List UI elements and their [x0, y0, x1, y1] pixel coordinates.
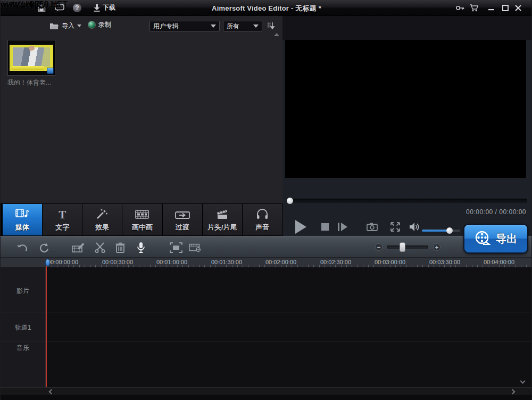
tab-audio[interactable]: 声音	[243, 204, 282, 235]
stop-button[interactable]	[321, 223, 329, 231]
album-dropdown[interactable]: 用户专辑	[149, 21, 220, 31]
clip-settings-icon[interactable]	[189, 241, 202, 254]
record-button[interactable]: 录制	[88, 20, 111, 29]
split-scissors-icon[interactable]	[94, 241, 106, 254]
record-label: 录制	[98, 20, 111, 29]
tab-media-label: 媒体	[15, 223, 29, 232]
filter-dropdown[interactable]: 所有	[223, 21, 262, 31]
folder-icon	[49, 22, 59, 30]
preview-panel: 00:00:00 / 00:00:00	[282, 16, 532, 236]
close-button[interactable]	[512, 3, 524, 13]
register-key-icon[interactable]	[454, 3, 466, 13]
tab-text-label: 文字	[55, 223, 69, 232]
export-button[interactable]: 导出	[463, 224, 528, 254]
album-dropdown-value: 用户专辑	[153, 22, 179, 31]
zoom-in-button[interactable]: +	[433, 243, 440, 251]
tab-titles-label: 片头/片尾	[207, 223, 237, 232]
filmstrip-icon	[135, 206, 149, 220]
zoom-out-button[interactable]: −	[375, 243, 383, 251]
undo-icon[interactable]	[15, 241, 28, 254]
volume-speaker-icon[interactable]	[409, 222, 420, 232]
timeline-tracks[interactable]: 影片 轨道1 音乐	[1, 267, 532, 387]
track-label-video: 影片	[16, 287, 29, 296]
hscroll-right-icon[interactable]	[511, 390, 514, 394]
filter-dropdown-value: 所有	[227, 22, 239, 31]
voiceover-mic-icon[interactable]	[135, 241, 147, 254]
volume-slider[interactable]	[422, 230, 460, 232]
fullscreen-icon[interactable]	[390, 222, 400, 232]
volume-fill	[422, 230, 450, 232]
album-dropdown-caret-icon	[211, 25, 216, 28]
library-tab-bar: 媒体 T 文字 效果 画中画 过渡 片头/片	[1, 203, 282, 236]
window-bottom-edge	[1, 395, 532, 400]
video-preview	[285, 40, 526, 178]
record-icon	[88, 21, 96, 29]
magic-wand-icon	[96, 206, 109, 220]
watermark-preview-text: www.pHome.NET	[1, 0, 68, 10]
tab-effects-label: 效果	[95, 223, 109, 232]
clip-video-badge-icon	[47, 68, 54, 74]
maximize-button[interactable]	[500, 3, 511, 13]
timeline-hscrollbar[interactable]	[1, 387, 532, 395]
play-button[interactable]	[294, 219, 307, 234]
seek-handle[interactable]	[287, 198, 293, 204]
clip-caption: 我的！体育老...	[7, 78, 66, 87]
tab-transition[interactable]: 过渡	[163, 204, 202, 235]
delete-trash-icon[interactable]	[114, 241, 127, 254]
tab-transition-label: 过渡	[176, 223, 189, 232]
import-caret-icon	[77, 25, 81, 27]
import-label: 导入	[62, 21, 74, 30]
clip-thumbnail[interactable]	[7, 40, 55, 76]
timeline-ruler[interactable]: 00:00:00:00 00:00:30:00 00:01:00:00 00:0…	[1, 258, 532, 267]
step-forward-button[interactable]	[337, 222, 348, 232]
tab-media[interactable]: 媒体	[3, 204, 42, 235]
clapperboard-icon	[216, 206, 229, 220]
playhead-marker[interactable]	[45, 259, 50, 266]
export-label: 导出	[496, 232, 517, 246]
preview-top-strip	[282, 16, 532, 40]
edit-clip-icon[interactable]	[72, 241, 85, 254]
cart-icon[interactable]	[468, 3, 479, 13]
tracks-scroll-down-icon[interactable]	[521, 379, 525, 383]
pip-frame-icon[interactable]	[170, 241, 182, 254]
transition-icon	[175, 206, 190, 220]
media-film-note-icon	[15, 206, 29, 220]
track-divider	[1, 341, 532, 341]
timeline-toolbar: − +	[1, 236, 532, 258]
import-button[interactable]: 导入	[49, 21, 81, 30]
tab-titles[interactable]: 片头/片尾	[203, 204, 242, 235]
snapshot-camera-icon[interactable]	[367, 223, 378, 231]
minimize-button[interactable]	[486, 3, 497, 13]
tab-text[interactable]: T 文字	[43, 204, 82, 235]
timeline-zoom-handle[interactable]	[400, 242, 405, 252]
app-window: ? 下载 Aimersoft Video Editor - 无标题 * 导入	[0, 0, 532, 400]
hscroll-left-icon[interactable]	[49, 390, 53, 394]
track-divider	[1, 313, 532, 313]
sort-icon[interactable]	[267, 22, 275, 30]
track-label-track1: 轨道1	[15, 323, 31, 332]
tab-pip-label: 画中画	[132, 223, 153, 232]
redo-icon[interactable]	[38, 241, 51, 254]
track-label-music: 音乐	[16, 344, 29, 353]
filter-dropdown-caret-icon	[253, 25, 259, 28]
tab-pip[interactable]: 画中画	[122, 204, 162, 235]
library-scroll-up-icon[interactable]	[274, 33, 279, 36]
clip-thumbnail-image	[9, 41, 54, 75]
window-title: Aimersoft Video Editor - 无标题 *	[1, 4, 532, 13]
film-reel-icon	[475, 231, 491, 247]
title-bar: ? 下载 Aimersoft Video Editor - 无标题 *	[1, 0, 532, 16]
tab-effects[interactable]: 效果	[82, 204, 122, 235]
headphones-icon	[256, 206, 269, 220]
text-tool-icon: T	[59, 206, 66, 220]
playhead-line	[46, 265, 47, 387]
timeline-zoom-slider[interactable]	[387, 246, 428, 249]
volume-handle[interactable]	[446, 227, 453, 234]
seek-bar[interactable]	[289, 199, 527, 203]
track-label-column: 影片 轨道1 音乐	[1, 267, 46, 387]
tab-audio-label: 声音	[255, 223, 269, 232]
